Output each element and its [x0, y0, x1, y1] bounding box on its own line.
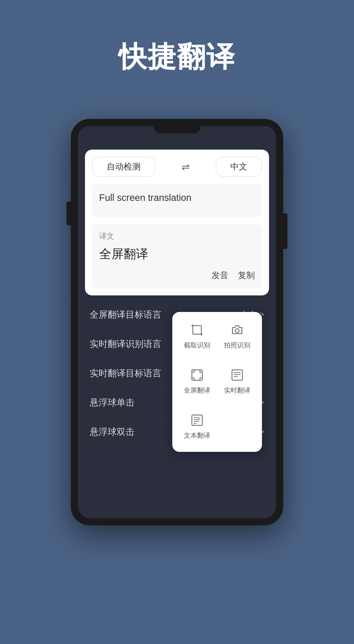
crop-recognize-label: 截取识别 — [184, 341, 210, 350]
phone-notch-bar — [78, 126, 276, 140]
svg-rect-0 — [193, 326, 201, 334]
text-translate-label: 文本翻译 — [184, 431, 210, 440]
fullscreen-translate-label: 全屏翻译 — [184, 386, 210, 395]
svg-point-5 — [235, 329, 239, 332]
panel-item-photo-recognize[interactable]: 拍照识别 — [219, 319, 255, 354]
settings-label-realtime-source: 实时翻译识别语言 — [90, 338, 162, 350]
panel-divider — [179, 359, 255, 360]
target-lang-button[interactable]: 中文 — [216, 157, 262, 177]
settings-label-realtime-target: 实时翻译目标语言 — [90, 367, 162, 379]
floating-panel: 截取识别 拍照识别 — [172, 312, 262, 452]
translation-card: 自动检测 ⇌ 中文 Full screen translation 译文 全屏翻… — [85, 150, 269, 296]
text-icon — [191, 414, 203, 428]
settings-label-float-single: 悬浮球单击 — [90, 396, 135, 408]
swap-languages-icon[interactable]: ⇌ — [181, 161, 190, 172]
source-lang-button[interactable]: 自动检测 — [92, 157, 155, 177]
output-area: 译文 全屏翻译 发音 复制 — [92, 224, 262, 288]
action-buttons-row: 发音 复制 — [99, 270, 255, 281]
phone-screen: 自动检测 ⇌ 中文 Full screen translation 译文 全屏翻… — [78, 140, 276, 518]
page-title: 快捷翻译 — [119, 38, 235, 76]
settings-label-fullscreen-target: 全屏翻译目标语言 — [90, 309, 162, 321]
panel-item-fullscreen-translate[interactable]: 全屏翻译 — [179, 364, 215, 400]
realtime-translate-label: 实时翻译 — [224, 386, 250, 395]
panel-item-crop-recognize[interactable]: 截取识别 — [179, 319, 215, 354]
copy-button[interactable]: 复制 — [238, 270, 255, 281]
svg-rect-6 — [192, 370, 202, 380]
translation-label: 译文 — [99, 231, 255, 242]
translated-text: 全屏翻译 — [99, 245, 255, 262]
pronounce-button[interactable]: 发音 — [211, 270, 228, 281]
phone-frame: 自动检测 ⇌ 中文 Full screen translation 译文 全屏翻… — [71, 119, 283, 525]
realtime-icon — [231, 369, 243, 383]
crop-icon — [191, 324, 203, 338]
svg-rect-7 — [232, 370, 242, 380]
camera-icon — [231, 324, 243, 338]
settings-label-float-double: 悬浮球双击 — [90, 426, 135, 438]
panel-item-text-translate[interactable]: 文本翻译 — [179, 409, 215, 445]
settings-area: 全屏翻译目标语言 中文 > 实时翻译识别语言 实时翻译目标语言 悬浮球单击 功能… — [78, 296, 276, 452]
panel-item-realtime-translate[interactable]: 实时翻译 — [219, 364, 255, 400]
input-area[interactable]: Full screen translation — [92, 184, 262, 217]
panel-grid: 截取识别 拍照识别 — [179, 319, 255, 445]
input-text: Full screen translation — [99, 191, 255, 204]
fullscreen-icon — [191, 369, 203, 383]
photo-recognize-label: 拍照识别 — [224, 341, 250, 350]
panel-divider-2 — [179, 404, 255, 404]
phone-notch — [153, 126, 201, 134]
lang-selector-row: 自动检测 ⇌ 中文 — [92, 157, 262, 177]
svg-rect-11 — [192, 415, 202, 426]
